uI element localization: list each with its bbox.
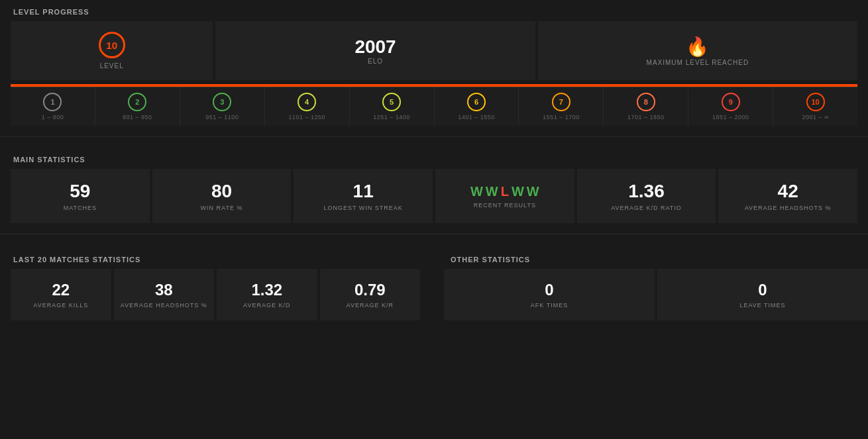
level-indicator-badge: 10 [806, 93, 825, 111]
main-stats-section: MAIN STATISTICS 59 MATCHES 80 WIN RATE %… [0, 148, 868, 223]
other-stat-label: LEAVE TIMES [739, 302, 785, 309]
bottom-stat-label: AVERAGE HEADSHOTS % [121, 302, 207, 309]
level-indicator-item: 5 1251 – 1400 [350, 87, 435, 126]
other-stats-title: OTHER STATISTICS [437, 248, 868, 269]
fire-icon: 🔥 [686, 36, 709, 58]
bottom-sections: LAST 20 MATCHES STATISTICS 22 AVERAGE KI… [0, 248, 868, 320]
stat-label: MATCHES [64, 205, 97, 211]
bottom-stat-card: 22 AVERAGE KILLS [11, 269, 111, 320]
other-stat-value: 0 [545, 281, 553, 299]
stat-value: 42 [778, 181, 798, 202]
stat-value: 1.36 [628, 181, 665, 202]
bottom-stat-label: AVERAGE KILLS [33, 302, 88, 309]
stat-value: 11 [353, 181, 374, 202]
recent-results: WWLWW [470, 184, 539, 199]
level-indicator-item: 2 801 – 950 [95, 87, 180, 126]
result-badge: W [486, 184, 498, 199]
level-indicator-badge: 1 [43, 93, 62, 111]
other-section: OTHER STATISTICS 0 AFK TIMES 0 LEAVE TIM… [437, 248, 868, 320]
level-top-row: 10 LEVEL 2007 ELO 🔥 MAXIMUM LEVEL REACHE… [11, 21, 857, 80]
last20-section: LAST 20 MATCHES STATISTICS 22 AVERAGE KI… [0, 248, 437, 320]
bottom-stat-card: 0.79 AVERAGE K/R [320, 269, 421, 320]
level-indicator-badge: 2 [128, 93, 146, 111]
level-badge: 10 [99, 32, 125, 58]
level-value: 10 [106, 40, 117, 51]
level-indicator-badge: 3 [213, 93, 231, 111]
level-label: LEVEL [100, 62, 124, 70]
level-indicator-item: 4 1101 – 1250 [265, 87, 350, 126]
max-level-card: 🔥 MAXIMUM LEVEL REACHED [538, 21, 857, 80]
other-stats-grid: 0 AFK TIMES 0 LEAVE TIMES [444, 269, 868, 320]
level-indicator-range: 1701 – 1850 [627, 114, 665, 121]
stat-card: WWLWW RECENT RESULTS [435, 169, 574, 223]
stat-label: AVERAGE HEADSHOTS % [745, 205, 832, 211]
other-stat-label: AFK TIMES [531, 302, 568, 309]
stat-label: RECENT RESULTS [474, 202, 536, 209]
level-card: 10 LEVEL [11, 21, 213, 80]
other-stat-card: 0 LEAVE TIMES [657, 269, 868, 320]
result-badge: W [470, 184, 483, 199]
bottom-stat-card: 38 AVERAGE HEADSHOTS % [114, 269, 215, 320]
elo-card: 2007 ELO [215, 21, 535, 80]
bottom-stat-value: 0.79 [354, 281, 386, 299]
level-indicator-range: 1 – 800 [42, 114, 64, 121]
progress-bar-fill [11, 84, 857, 87]
stat-label: WIN RATE % [201, 205, 243, 211]
level-indicator-badge: 8 [637, 93, 655, 111]
level-indicator-item: 3 951 – 1100 [180, 87, 265, 126]
level-progress-title: LEVEL PROGRESS [0, 0, 868, 21]
bottom-stat-card: 1.32 AVERAGE K/D [217, 269, 317, 320]
level-indicator-item: 6 1401 – 1550 [435, 87, 519, 126]
level-indicators: 1 1 – 800 2 801 – 950 3 951 – 1100 4 110… [11, 87, 857, 126]
level-indicator-item: 9 1851 – 2000 [688, 87, 773, 126]
last20-title: LAST 20 MATCHES STATISTICS [0, 248, 431, 269]
bottom-stat-value: 22 [52, 281, 70, 299]
level-indicator-range: 2001 – ∞ [802, 114, 828, 121]
main-stats-title: MAIN STATISTICS [0, 148, 868, 169]
stat-card: 80 WIN RATE % [152, 169, 292, 223]
elo-value: 2007 [354, 36, 396, 58]
level-indicator-item: 7 1551 – 1700 [519, 87, 604, 126]
result-badge: W [527, 184, 539, 199]
stat-card: 59 MATCHES [11, 169, 150, 223]
level-indicator-range: 1851 – 2000 [712, 114, 749, 121]
other-stat-card: 0 AFK TIMES [444, 269, 655, 320]
stat-card: 11 LONGEST WIN STREAK [294, 169, 433, 223]
level-indicator-range: 801 – 950 [123, 114, 152, 121]
level-indicator-range: 1101 – 1250 [288, 114, 325, 121]
result-badge: W [512, 184, 524, 199]
result-badge: L [501, 184, 509, 199]
level-indicator-item: 1 1 – 800 [11, 87, 95, 126]
last20-stats-grid: 22 AVERAGE KILLS 38 AVERAGE HEADSHOTS % … [11, 269, 420, 320]
level-indicator-range: 951 – 1100 [205, 114, 239, 121]
divider-1 [0, 136, 868, 137]
level-indicator-item: 10 2001 – ∞ [773, 87, 857, 126]
level-indicator-badge: 9 [722, 93, 740, 111]
bottom-stat-label: AVERAGE K/D [243, 302, 290, 309]
level-indicator-range: 1401 – 1550 [458, 114, 495, 121]
level-progress-section: LEVEL PROGRESS 10 LEVEL 2007 ELO 🔥 MAXIM… [0, 0, 868, 126]
level-indicator-badge: 5 [382, 93, 401, 111]
bottom-stat-value: 38 [155, 281, 173, 299]
level-indicator-badge: 7 [552, 93, 570, 111]
level-indicator-badge: 6 [467, 93, 486, 111]
stat-label: AVERAGE K/D RATIO [611, 205, 682, 211]
stat-value: 59 [70, 181, 90, 202]
bottom-stat-value: 1.32 [251, 281, 282, 299]
elo-label: ELO [368, 58, 383, 65]
divider-2 [0, 234, 868, 234]
stat-label: LONGEST WIN STREAK [324, 205, 403, 211]
other-stat-value: 0 [758, 281, 767, 299]
progress-bar-container [11, 84, 857, 87]
stat-card: 1.36 AVERAGE K/D RATIO [577, 169, 716, 223]
stat-card: 42 AVERAGE HEADSHOTS % [718, 169, 857, 223]
bottom-stat-label: AVERAGE K/R [347, 302, 394, 309]
level-indicator-badge: 4 [298, 93, 316, 111]
max-level-label: MAXIMUM LEVEL REACHED [647, 59, 749, 66]
level-indicator-range: 1551 – 1700 [543, 114, 580, 121]
level-indicator-range: 1251 – 1400 [373, 114, 410, 121]
main-stats-grid: 59 MATCHES 80 WIN RATE % 11 LONGEST WIN … [11, 169, 857, 223]
level-indicator-item: 8 1701 – 1850 [604, 87, 688, 126]
stat-value: 80 [211, 181, 232, 202]
